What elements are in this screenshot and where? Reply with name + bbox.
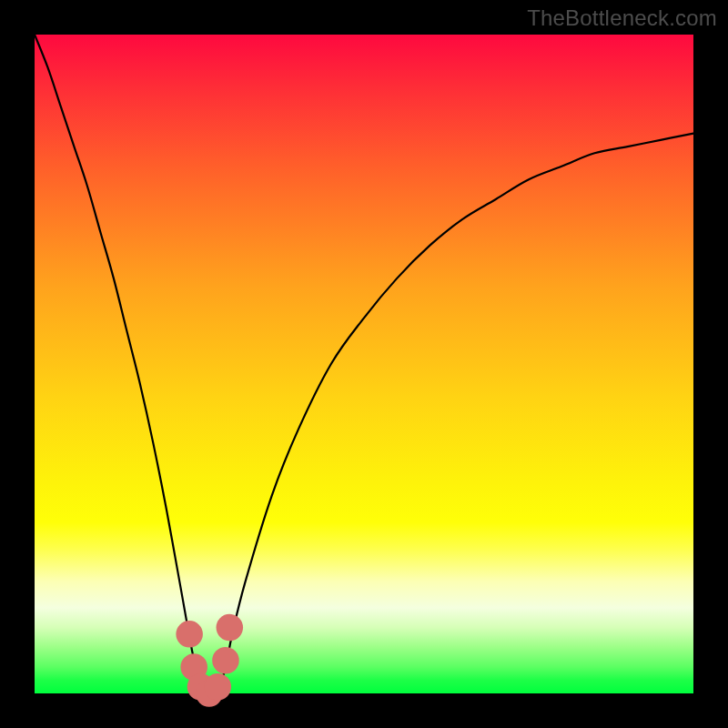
plot-area bbox=[35, 35, 693, 693]
dot-right-lower bbox=[212, 647, 239, 674]
bottleneck-curve bbox=[35, 35, 693, 695]
curve-svg bbox=[35, 35, 693, 693]
dot-mid-3 bbox=[205, 673, 232, 701]
dot-left-upper bbox=[176, 621, 203, 648]
dot-right-upper bbox=[217, 614, 244, 642]
chart-frame: TheBottleneck.com bbox=[0, 0, 728, 728]
watermark-text: TheBottleneck.com bbox=[527, 5, 717, 31]
marker-group bbox=[176, 614, 243, 707]
